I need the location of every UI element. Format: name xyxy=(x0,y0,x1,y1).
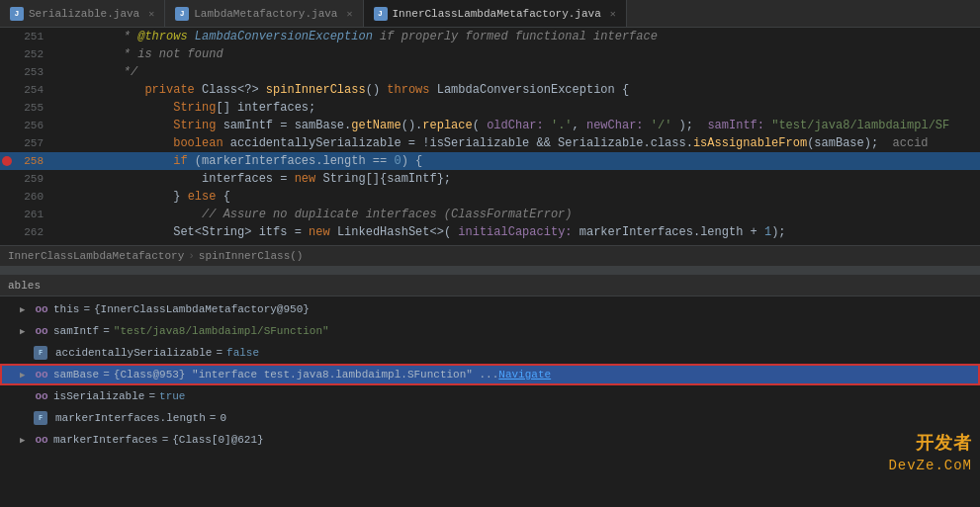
tab-close-inner[interactable]: ✕ xyxy=(610,8,616,20)
tab-label-2: LambdaMetafactory.java xyxy=(194,8,337,20)
line-number-258: 258 xyxy=(0,152,51,170)
line-number-262: 262 xyxy=(0,223,51,241)
var-icon-samBase: oo xyxy=(34,368,49,381)
breadcrumb-method[interactable]: spinInnerClass() xyxy=(199,250,304,262)
tab-lambdametafactory[interactable]: J LambdaMetafactory.java ✕ xyxy=(165,0,363,27)
watermark-line1: 开发者 xyxy=(888,433,972,456)
var-val-samBase-navigate[interactable]: Navigate xyxy=(498,369,551,380)
var-eq-samIntf: = xyxy=(103,325,110,337)
var-eq-markerInterfaces: = xyxy=(162,434,169,446)
var-icon-markerLen: F xyxy=(34,411,47,425)
line-number-261: 261 xyxy=(0,206,51,223)
var-eq-accidental: = xyxy=(216,347,223,359)
var-row-samIntf[interactable]: ▶ oo samIntf = "test/java8/lambdaimpl/SF… xyxy=(0,320,980,342)
var-name-samIntf: samIntf xyxy=(53,325,99,337)
var-name-accidental: accidentallySerializable xyxy=(55,347,212,359)
java-file-icon-3: J xyxy=(374,7,388,21)
breadcrumb-sep-1: › xyxy=(188,250,195,262)
line-number-255: 255 xyxy=(0,99,51,117)
var-val-markerInterfaces: {Class[0]@621} xyxy=(172,434,263,446)
breadcrumb-bar: InnerClassLambdaMetafactory › spinInnerC… xyxy=(0,245,980,267)
var-val-isSerializable: true xyxy=(159,390,185,402)
var-expand-samBase[interactable]: ▶ xyxy=(20,370,34,380)
tab-label: Serializable.java xyxy=(29,8,139,20)
breadcrumb-class[interactable]: InnerClassLambdaMetafactory xyxy=(8,250,184,262)
tab-label-3: InnerClassLambdaMetafactory.java xyxy=(393,8,601,20)
var-tree: ▶ oo this = {InnerClassLambdaMetafactory… xyxy=(0,296,980,453)
line-number-260: 260 xyxy=(0,188,51,206)
var-eq-samBase: = xyxy=(103,369,110,380)
line-number-252: 252 xyxy=(0,45,51,63)
var-eq-markerLen: = xyxy=(210,412,217,424)
var-row-markerInterfaces[interactable]: ▶ oo markerInterfaces = {Class[0]@621} xyxy=(0,429,980,451)
var-row-samBase[interactable]: ▶ oo samBase = {Class@953} "interface te… xyxy=(0,364,980,385)
var-row-markerInterfacesLength[interactable]: ▶ F markerInterfaces.length = 0 xyxy=(0,407,980,429)
var-row-isSerializable[interactable]: ▶ oo isSerializable = true xyxy=(0,385,980,407)
divider-bar xyxy=(0,267,980,275)
line-number-254: 254 xyxy=(0,81,51,99)
var-icon-this: oo xyxy=(34,302,49,316)
code-editor: 251 * @throws LambdaConversionException … xyxy=(0,28,980,245)
line-content-262: Set<String> itfs = new LinkedHashSet<>( … xyxy=(51,206,980,245)
var-icon-samIntf: oo xyxy=(34,324,49,338)
code-line-262: 262 Set<String> itfs = new LinkedHashSet… xyxy=(0,223,980,241)
var-name-this: this xyxy=(53,303,79,315)
var-row-this[interactable]: ▶ oo this = {InnerClassLambdaMetafactory… xyxy=(0,298,980,320)
var-icon-isSerializable: oo xyxy=(34,389,49,403)
var-val-this: {InnerClassLambdaMetafactory@950} xyxy=(94,303,310,315)
var-val-samBase-class: {Class@953} "interface test.java8.lambda… xyxy=(114,369,498,380)
var-name-markerLen: markerInterfaces.length xyxy=(55,412,206,424)
var-icon-accidental: F xyxy=(34,346,47,360)
tab-close-serializable[interactable]: ✕ xyxy=(148,8,154,20)
var-eq-isSerializable: = xyxy=(148,390,155,402)
code-lines: 251 * @throws LambdaConversionException … xyxy=(0,28,980,241)
var-eq-this: = xyxy=(83,303,90,315)
tab-close-lambda[interactable]: ✕ xyxy=(346,8,352,20)
watermark: 开发者 DevZe.CoM xyxy=(888,433,972,474)
line-number-251: 251 xyxy=(0,28,51,45)
java-file-icon: J xyxy=(10,7,24,21)
variables-panel: ables ▶ oo this = {InnerClassLambdaMetaf… xyxy=(0,275,980,482)
var-row-accidentallySerializable[interactable]: ▶ F accidentallySerializable = false xyxy=(0,342,980,364)
var-name-isSerializable: isSerializable xyxy=(53,390,144,402)
tab-serializable[interactable]: J Serializable.java ✕ xyxy=(0,0,165,27)
tab-bar: J Serializable.java ✕ J LambdaMetafactor… xyxy=(0,0,980,28)
var-name-markerInterfaces: markerInterfaces xyxy=(53,434,158,446)
line-number-256: 256 xyxy=(0,117,51,134)
tab-innerclass[interactable]: J InnerClassLambdaMetafactory.java ✕ xyxy=(364,0,627,27)
line-number-259: 259 xyxy=(0,170,51,188)
line-number-253: 253 xyxy=(0,63,51,81)
panel-header: ables xyxy=(0,275,980,296)
var-val-markerLen: 0 xyxy=(220,412,226,424)
var-expand-this[interactable]: ▶ xyxy=(20,304,34,315)
var-name-samBase: samBase xyxy=(53,369,99,380)
java-file-icon-2: J xyxy=(175,7,189,21)
line-number-257: 257 xyxy=(0,134,51,152)
var-icon-markerInterfaces: oo xyxy=(34,433,49,447)
panel-title: ables xyxy=(8,280,41,292)
var-expand-samIntf[interactable]: ▶ xyxy=(20,326,34,337)
var-val-accidental: false xyxy=(226,347,259,359)
var-val-samIntf: "test/java8/lambdaimpl/SFunction" xyxy=(114,325,329,337)
watermark-line2: DevZe.CoM xyxy=(888,457,972,474)
var-expand-markerInterfaces[interactable]: ▶ xyxy=(20,435,34,446)
